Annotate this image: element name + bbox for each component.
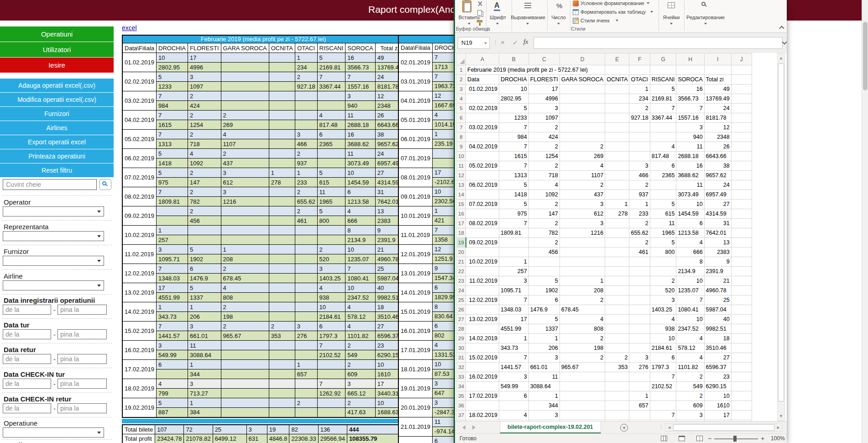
excel-cell[interactable]: 1403.25: [650, 305, 676, 315]
excel-cell[interactable]: 2: [559, 353, 605, 363]
excel-row-header[interactable]: 12: [457, 171, 466, 180]
excel-cell[interactable]: [629, 132, 650, 142]
excel-cell[interactable]: 3: [559, 200, 605, 209]
excel-cell[interactable]: 10: [704, 391, 731, 401]
airline-select[interactable]: [3, 280, 104, 290]
search-button[interactable]: [99, 179, 111, 190]
excel-row-header[interactable]: 6: [457, 113, 466, 123]
excel-cell[interactable]: 2: [528, 238, 559, 248]
excel-cell[interactable]: 938: [650, 324, 676, 334]
excel-row-header[interactable]: 37: [457, 411, 466, 420]
excel-cell[interactable]: 1: [528, 391, 559, 401]
excel-cell[interactable]: 40: [704, 315, 731, 324]
excel-cell[interactable]: [629, 65, 650, 75]
excel-row-header[interactable]: 30: [457, 343, 466, 353]
scroll-left-icon[interactable]: ◄: [666, 424, 673, 431]
excel-cell[interactable]: 16: [676, 161, 704, 171]
excel-cell[interactable]: 10: [650, 334, 676, 343]
excel-cell[interactable]: [731, 132, 752, 142]
excel-cell[interactable]: [466, 171, 499, 180]
excel-cell[interactable]: 1: [605, 200, 629, 209]
excel-cell[interactable]: 10: [676, 200, 704, 209]
sheet-prev-icon[interactable]: [462, 425, 465, 430]
excel-cell[interactable]: 520: [650, 286, 676, 295]
excel-row-header[interactable]: 11: [457, 161, 466, 171]
excel-cell[interactable]: [731, 382, 752, 391]
excel-cell[interactable]: [605, 238, 629, 248]
excel-cell[interactable]: [605, 161, 629, 171]
excel-cell[interactable]: 1107: [559, 171, 605, 180]
excel-cell[interactable]: 6290.15: [704, 382, 731, 391]
excel-cell[interactable]: 3: [528, 104, 559, 113]
excel-cell[interactable]: [559, 248, 605, 257]
excel-cell[interactable]: 276: [629, 363, 650, 372]
excel-cell[interactable]: 16: [676, 84, 704, 94]
excel-cell[interactable]: 7: [499, 295, 529, 305]
excel-cell[interactable]: 3088.64: [528, 382, 559, 391]
excel-cell[interactable]: Februarie 2019 (media profit pe zi - 572…: [466, 65, 499, 75]
excel-cell[interactable]: 278: [605, 209, 629, 219]
excel-cell[interactable]: 1809.81: [499, 228, 529, 238]
excel-cell[interactable]: 4551.99: [499, 324, 529, 334]
excel-cell[interactable]: 02.02.2019: [466, 104, 499, 113]
excel-cell[interactable]: [605, 295, 629, 305]
excel-cell[interactable]: 4: [676, 238, 704, 248]
excel-cell[interactable]: [731, 295, 752, 305]
excel-cell[interactable]: DROCHIA: [499, 75, 529, 84]
excel-cell[interactable]: [466, 343, 499, 353]
excel-cell[interactable]: [466, 267, 499, 276]
excel-cell[interactable]: [731, 190, 752, 200]
excel-cell[interactable]: [650, 190, 676, 200]
excel-cell[interactable]: 2365: [650, 171, 676, 180]
excel-cell[interactable]: [731, 113, 752, 123]
excel-row-header[interactable]: 24: [457, 286, 466, 295]
excel-cell[interactable]: [731, 363, 752, 372]
excel-cell[interactable]: 2: [676, 372, 704, 382]
excel-cell[interactable]: 269: [559, 152, 605, 161]
excel-cell[interactable]: 1: [629, 200, 650, 209]
excel-cell[interactable]: [605, 305, 629, 315]
excel-row-header[interactable]: 3: [457, 84, 466, 94]
excel-cell[interactable]: 661.01: [528, 363, 559, 372]
excel-cell[interactable]: [559, 267, 605, 276]
excel-cell[interactable]: 2391.9: [704, 267, 731, 276]
excel-cell[interactable]: 800: [650, 248, 676, 257]
excel-cell[interactable]: 4: [559, 161, 605, 171]
excel-cell[interactable]: [605, 65, 629, 75]
excel-cell[interactable]: 549: [676, 382, 704, 391]
excel-cell[interactable]: [731, 353, 752, 363]
excel-cell[interactable]: 2383: [704, 248, 731, 257]
excel-cell[interactable]: [559, 372, 605, 382]
excel-cell[interactable]: [731, 180, 752, 190]
excel-cell[interactable]: 26: [704, 142, 731, 152]
excel-row-header[interactable]: 5: [457, 104, 466, 113]
excel-cell[interactable]: 4: [676, 353, 704, 363]
excel-cell[interactable]: 1: [499, 334, 529, 343]
excel-cell[interactable]: [499, 238, 529, 248]
excel-cell[interactable]: 984: [499, 132, 529, 142]
excel-cell[interactable]: 05.02.2019: [466, 161, 499, 171]
excel-cell[interactable]: 2184.61: [650, 343, 676, 353]
excel-cell[interactable]: [605, 190, 629, 200]
excel-cell[interactable]: 3: [559, 219, 605, 228]
excel-cell[interactable]: 7: [499, 353, 529, 363]
excel-cell[interactable]: [559, 123, 605, 132]
excel-row-header[interactable]: 27: [457, 315, 466, 324]
excel-cell[interactable]: 3: [629, 353, 650, 363]
excel-cell[interactable]: 7: [650, 104, 676, 113]
excel-cell[interactable]: 1610: [704, 401, 731, 411]
excel-cell[interactable]: [650, 65, 676, 75]
excel-cell[interactable]: 2: [528, 219, 559, 228]
excel-cell[interactable]: 782: [528, 228, 559, 238]
excel-cell[interactable]: 7: [676, 104, 704, 113]
excel-cell[interactable]: 2: [559, 142, 605, 152]
data-inregistrarii-pina-la-field[interactable]: [58, 305, 107, 315]
scroll-up-icon[interactable]: ▲: [778, 54, 784, 62]
excel-cell[interactable]: 38: [704, 161, 731, 171]
excel-cell[interactable]: [559, 113, 605, 123]
excel-row-header[interactable]: 17: [457, 219, 466, 228]
excel-cell[interactable]: [605, 228, 629, 238]
excel-cell[interactable]: 1213.58: [676, 228, 704, 238]
excel-cell[interactable]: [559, 94, 605, 104]
excel-cell[interactable]: 5: [650, 84, 676, 94]
